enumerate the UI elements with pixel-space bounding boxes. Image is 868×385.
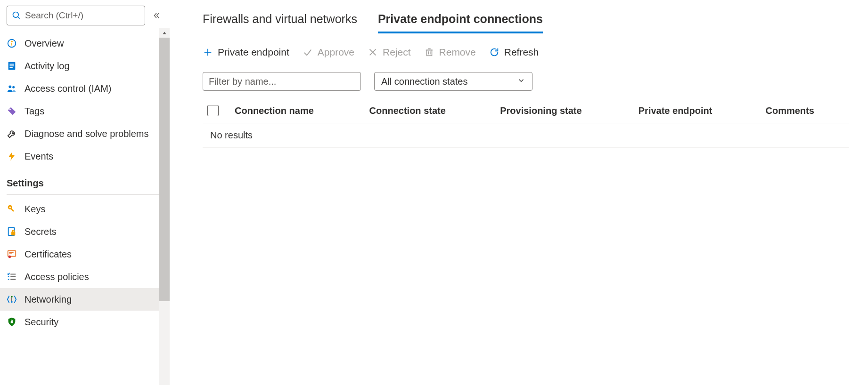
tabstrip: Firewalls and virtual networks Private e… [203, 9, 849, 33]
overview-icon [7, 38, 17, 48]
toolbar-button-label: Reject [383, 47, 411, 58]
chevron-down-icon [517, 76, 525, 87]
refresh-icon [489, 47, 500, 57]
svg-rect-35 [426, 50, 432, 56]
dropdown-value: All connection states [381, 76, 467, 87]
add-private-endpoint-button[interactable]: Private endpoint [203, 47, 289, 58]
svg-point-0 [13, 12, 19, 18]
policies-icon [7, 272, 17, 282]
table-header-row: Connection name Connection state Provisi… [203, 100, 849, 123]
sidebar-item-label: Security [25, 317, 58, 328]
sidebar-item-access-control[interactable]: Access control (IAM) [0, 77, 170, 100]
sidebar-item-events[interactable]: Events [0, 145, 170, 168]
check-icon [303, 47, 313, 57]
svg-point-11 [9, 109, 11, 110]
sidebar-item-label: Networking [25, 294, 72, 305]
search-input[interactable] [25, 10, 140, 21]
svg-point-9 [8, 85, 11, 88]
svg-marker-30 [163, 32, 166, 34]
svg-rect-8 [9, 67, 12, 68]
sidebar-item-networking[interactable]: Networking [0, 288, 170, 311]
tag-icon [7, 106, 17, 116]
wrench-icon [7, 128, 17, 139]
main-content: Firewalls and virtual networks Private e… [170, 0, 868, 385]
divider [7, 194, 163, 195]
sidebar-item-label: Access control (IAM) [25, 83, 111, 94]
sidebar-item-label: Keys [25, 204, 45, 215]
column-header[interactable]: Connection state [362, 100, 493, 123]
sidebar-item-label: Access policies [25, 272, 89, 282]
toolbar-button-label: Remove [439, 47, 476, 58]
column-header[interactable]: Private endpoint [631, 100, 758, 123]
sidebar-item-security[interactable]: Security [0, 311, 170, 333]
svg-point-3 [11, 41, 13, 43]
toolbar-button-label: Approve [318, 47, 354, 58]
svg-rect-6 [9, 64, 14, 64]
sidebar-item-label: Overview [25, 38, 64, 49]
scrollbar-thumb[interactable] [159, 38, 170, 301]
sidebar-item-label: Secrets [25, 226, 57, 237]
tab-firewalls[interactable]: Firewalls and virtual networks [203, 9, 357, 33]
remove-button: Remove [424, 47, 476, 58]
log-icon [7, 61, 17, 71]
certificate-icon [7, 249, 17, 259]
svg-rect-17 [12, 230, 14, 232]
shield-icon [7, 317, 17, 327]
networking-icon [7, 294, 17, 305]
refresh-button[interactable]: Refresh [489, 47, 539, 58]
sidebar-scrollbar[interactable] [159, 28, 170, 385]
sidebar-item-label: Certificates [25, 249, 72, 260]
sidebar: Overview Activity log Access control (IA… [0, 0, 170, 385]
svg-point-25 [11, 296, 13, 298]
svg-point-10 [12, 86, 15, 88]
search-icon [12, 11, 21, 20]
sidebar-item-label: Diagnose and solve problems [25, 128, 149, 139]
sidebar-item-label: Activity log [25, 61, 70, 72]
filters-row: All connection states [203, 72, 849, 91]
column-header[interactable]: Connection name [227, 100, 362, 123]
trash-icon [424, 47, 434, 57]
approve-button: Approve [303, 47, 354, 58]
sidebar-group-settings: Settings [0, 168, 170, 192]
table-empty-row: No results [203, 123, 849, 148]
column-header[interactable]: Provisioning state [492, 100, 631, 123]
x-icon [368, 47, 378, 57]
reject-button: Reject [368, 47, 411, 58]
sidebar-item-keys[interactable]: Keys [0, 198, 170, 220]
svg-point-26 [11, 301, 13, 303]
collapse-sidebar-button[interactable] [150, 9, 163, 22]
scrollbar-up-arrow-icon[interactable] [159, 28, 170, 38]
connections-table: Connection name Connection state Provisi… [203, 100, 849, 148]
no-results-message: No results [203, 123, 849, 148]
svg-point-13 [9, 207, 11, 208]
svg-line-1 [18, 17, 20, 19]
toolbar-button-label: Private endpoint [218, 47, 289, 58]
sidebar-item-secrets[interactable]: Secrets [0, 220, 170, 243]
filter-by-name-input[interactable] [203, 72, 361, 91]
svg-rect-4 [11, 43, 12, 46]
toolbar: Private endpoint Approve Reject Remove R [203, 47, 849, 58]
sidebar-item-activity-log[interactable]: Activity log [0, 55, 170, 77]
sidebar-item-certificates[interactable]: Certificates [0, 243, 170, 265]
column-header[interactable]: Comments [758, 100, 849, 123]
sidebar-item-overview[interactable]: Overview [0, 32, 170, 55]
sidebar-item-diagnose[interactable]: Diagnose and solve problems [0, 122, 170, 145]
svg-rect-14 [10, 208, 14, 212]
key-icon [7, 204, 17, 214]
sidebar-item-label: Tags [25, 106, 44, 117]
sidebar-nav: Overview Activity log Access control (IA… [0, 32, 170, 385]
people-icon [7, 83, 17, 94]
sidebar-item-access-policies[interactable]: Access policies [0, 265, 170, 288]
bolt-icon [7, 151, 17, 161]
select-all-checkbox[interactable] [207, 105, 219, 116]
sidebar-search-box[interactable] [7, 6, 145, 25]
sidebar-item-label: Events [25, 151, 53, 162]
tab-private-endpoint-connections[interactable]: Private endpoint connections [378, 9, 543, 33]
toolbar-button-label: Refresh [504, 47, 539, 58]
plus-icon [203, 47, 213, 57]
sidebar-item-tags[interactable]: Tags [0, 100, 170, 122]
connection-state-dropdown[interactable]: All connection states [374, 72, 532, 91]
svg-point-21 [8, 256, 11, 258]
svg-rect-7 [9, 65, 14, 66]
secrets-icon [7, 226, 17, 237]
